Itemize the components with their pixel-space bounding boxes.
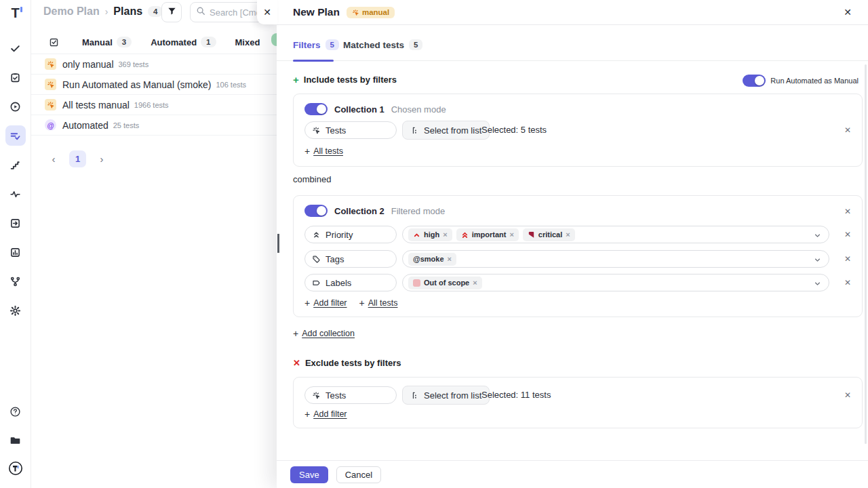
remove-exclude-filter-button[interactable]: ✕ xyxy=(844,390,851,400)
drawer-close-button[interactable]: ✕ xyxy=(841,4,854,20)
tab-filters[interactable]: Filters 5 xyxy=(293,39,339,50)
labels-select[interactable]: Out of scope × xyxy=(402,274,829,291)
breadcrumb-parent[interactable]: Demo Plan xyxy=(43,5,100,18)
add-collection-link[interactable]: + Add collection xyxy=(293,328,355,339)
priority-chip-critical: critical × xyxy=(523,228,575,241)
plus-icon: + xyxy=(293,75,299,85)
drawer-edge-close-button[interactable]: ✕ xyxy=(257,0,277,24)
exclude-title: Exclude tests by filters xyxy=(305,358,401,368)
chip-remove-icon[interactable]: × xyxy=(473,279,477,287)
tab-manual[interactable]: Manual 3 xyxy=(82,37,132,47)
next-page-button[interactable]: › xyxy=(96,153,108,165)
sidebar-item-projects[interactable] xyxy=(5,430,26,450)
sidebar-item-pulse[interactable] xyxy=(5,184,26,204)
exclude-tests-field[interactable]: Tests xyxy=(304,386,397,404)
plan-row[interactable]: Run Automated as Manual (smoke) 106 test… xyxy=(31,75,277,95)
select-from-list-button[interactable]: Select from list xyxy=(402,121,490,140)
include-title: Include tests by filters xyxy=(304,75,397,85)
tab-automated[interactable]: Automated 1 xyxy=(151,37,216,47)
sidebar-item-branches[interactable] xyxy=(5,271,26,291)
all-tests-label: All tests xyxy=(313,146,343,156)
chip-remove-icon[interactable]: × xyxy=(566,230,570,239)
tags-field[interactable]: Tags xyxy=(304,250,397,268)
remove-tags-filter-button[interactable]: ✕ xyxy=(844,254,851,264)
all-tests-link[interactable]: + All tests xyxy=(359,298,398,308)
sidebar: T xyxy=(0,0,31,488)
plan-row[interactable]: only manual 369 tests xyxy=(31,54,277,75)
page-scrollbar-thumb[interactable] xyxy=(277,234,279,253)
cursor-click-icon xyxy=(312,391,321,400)
close-icon: ✕ xyxy=(263,7,271,18)
add-filter-link[interactable]: + Add filter xyxy=(304,409,347,420)
priority-chip-high: high × xyxy=(408,228,452,241)
automated-plan-icon: @ xyxy=(45,119,56,131)
sidebar-item-steps[interactable] xyxy=(5,155,26,175)
plan-row[interactable]: @ Automated 25 tests xyxy=(31,115,277,136)
filter-button[interactable] xyxy=(161,2,182,22)
sidebar-item-analytics[interactable] xyxy=(5,242,26,262)
chip-remove-icon[interactable]: × xyxy=(448,255,452,263)
pulse-icon xyxy=(9,188,21,200)
chevron-down-icon[interactable] xyxy=(813,279,822,291)
tab-mixed[interactable]: Mixed xyxy=(235,37,260,47)
remove-collection-2-button[interactable]: ✕ xyxy=(844,207,851,216)
select-all-icon[interactable] xyxy=(49,37,59,47)
tab-automated-label: Automated xyxy=(151,37,197,47)
app-logo[interactable]: T xyxy=(11,5,19,23)
tags-select[interactable]: @smoke × xyxy=(402,250,829,268)
all-tests-link[interactable]: + All tests xyxy=(304,146,343,157)
tab-mixed-label: Mixed xyxy=(235,37,260,47)
remove-labels-filter-button[interactable]: ✕ xyxy=(844,278,851,287)
box-arrow-in-icon xyxy=(9,218,21,229)
drawer-scrollbar[interactable] xyxy=(865,64,867,444)
priority-select[interactable]: high × important × critical × xyxy=(402,226,829,243)
selected-tests-info: Selected: 5 tests xyxy=(481,121,547,139)
tests-field[interactable]: Tests xyxy=(304,121,397,139)
add-filter-link[interactable]: + Add filter xyxy=(304,298,347,308)
remove-filter-button[interactable]: ✕ xyxy=(844,125,851,135)
remove-priority-filter-button[interactable]: ✕ xyxy=(844,230,851,239)
collection-2-name: Collection 2 xyxy=(334,206,384,216)
collection-1-toggle[interactable] xyxy=(304,103,328,115)
sidebar-item-runs[interactable] xyxy=(5,96,26,117)
page-number-button[interactable]: 1 xyxy=(69,150,86,167)
cancel-button[interactable]: Cancel xyxy=(336,466,381,483)
collection-2-toggle[interactable] xyxy=(304,205,328,217)
include-section-header: + Include tests by filters xyxy=(293,75,397,85)
priority-field[interactable]: Priority xyxy=(304,226,397,243)
chevron-down-icon[interactable] xyxy=(813,230,822,243)
run-automated-toggle[interactable] xyxy=(743,75,766,87)
add-filter-label: Add filter xyxy=(313,298,347,308)
drawer-tabs: Filters 5 Matched tests 5 xyxy=(277,34,868,61)
collection-2-card: Collection 2 Filtered mode ✕ Priority hi… xyxy=(293,195,863,317)
chevron-up-icon xyxy=(413,231,420,239)
drawer-footer: Save Cancel xyxy=(277,460,868,488)
save-button[interactable]: Save xyxy=(290,466,328,483)
tab-matched-tests[interactable]: Matched tests 5 xyxy=(343,39,422,50)
tests-field-label: Tests xyxy=(326,390,346,401)
sidebar-item-settings[interactable] xyxy=(5,300,26,321)
plus-icon: + xyxy=(304,298,310,308)
check-icon xyxy=(9,43,21,54)
plan-row[interactable]: All tests manual 1966 tests xyxy=(31,95,277,115)
sidebar-item-profile[interactable] xyxy=(5,458,26,479)
sidebar-item-tasks[interactable] xyxy=(5,67,26,87)
collection-2-links: + Add filter + All tests xyxy=(304,298,397,308)
plan-name: Automated xyxy=(62,120,108,131)
chevron-down-icon[interactable] xyxy=(813,255,822,267)
sidebar-item-help[interactable] xyxy=(5,401,26,422)
labels-field-label: Labels xyxy=(326,278,351,288)
sidebar-item-plans[interactable] xyxy=(5,125,26,146)
tab-automated-count: 1 xyxy=(201,37,216,47)
critical-flag-icon xyxy=(528,231,535,239)
exclude-card: Tests Select from list Selected: 11 test… xyxy=(293,377,863,428)
priority-chip-important: important × xyxy=(456,228,519,241)
chip-remove-icon[interactable]: × xyxy=(509,230,513,239)
chip-remove-icon[interactable]: × xyxy=(443,230,447,239)
exclude-select-from-list-button[interactable]: Select from list xyxy=(402,386,490,405)
labels-field[interactable]: Labels xyxy=(304,274,397,291)
prev-page-button[interactable]: ‹ xyxy=(47,153,60,165)
sidebar-item-checks[interactable] xyxy=(5,38,26,58)
collection-1-name: Collection 1 xyxy=(334,104,384,115)
sidebar-item-import[interactable] xyxy=(5,213,26,233)
